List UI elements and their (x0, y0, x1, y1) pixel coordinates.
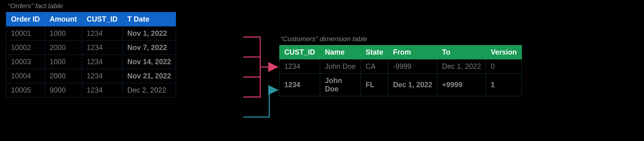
orders-caption: “Orders” fact table (8, 2, 63, 10)
cell-orderid: 10005 (6, 83, 45, 97)
customers-col-name: Name (320, 45, 361, 59)
cell-amount: 1000 (45, 26, 82, 41)
cell-name: John Doe (320, 59, 361, 74)
cell-name: John Doe (320, 74, 361, 96)
orders-col-custid: CUST_ID (82, 12, 122, 26)
cell-amount: 2000 (45, 69, 82, 83)
customers-header-row: CUST_ID Name State From To Version (280, 45, 522, 59)
orders-table: Order ID Amount CUST_ID T Date 10001 100… (6, 12, 176, 97)
table-row: 10002 2000 1234 Nov 7, 2022 (6, 41, 176, 55)
cell-custid: 1234 (280, 74, 320, 96)
table-row: 1234 John Doe CA -9999 Dec 1, 2022 0 (280, 59, 522, 74)
cell-tdate: Nov 1, 2022 (122, 26, 176, 41)
cell-amount: 2000 (45, 41, 82, 55)
cell-custid: 1234 (82, 83, 122, 97)
cell-tdate: Dec 2, 2022 (122, 83, 176, 97)
cell-tdate: Nov 21, 2022 (122, 69, 176, 83)
cell-version: 0 (486, 59, 522, 74)
cell-from: Dec 1, 2022 (388, 74, 437, 96)
customers-col-version: Version (486, 45, 522, 59)
orders-col-orderid: Order ID (6, 12, 45, 26)
customers-col-to: To (437, 45, 486, 59)
orders-col-tdate: T Date (122, 12, 176, 26)
cell-state: FL (361, 74, 388, 96)
customers-col-state: State (361, 45, 388, 59)
cell-amount: 1000 (45, 55, 82, 69)
table-row: 10003 1000 1234 Nov 14, 2022 (6, 55, 176, 69)
cell-from: -9999 (388, 59, 437, 74)
table-row: 10001 1000 1234 Nov 1, 2022 (6, 26, 176, 41)
cell-orderid: 10004 (6, 69, 45, 83)
customers-table: CUST_ID Name State From To Version 1234 … (279, 45, 522, 96)
cell-custid: 1234 (82, 26, 122, 41)
cell-version: 1 (486, 74, 522, 96)
customers-caption: “Customers” dimension table (280, 35, 367, 43)
cell-to: +9999 (437, 74, 486, 96)
cell-state: CA (361, 59, 388, 74)
table-row: 1234 John Doe FL Dec 1, 2022 +9999 1 (280, 74, 522, 96)
cell-custid: 1234 (82, 69, 122, 83)
cell-orderid: 10003 (6, 55, 45, 69)
cell-amount: 9000 (45, 83, 82, 97)
orders-header-row: Order ID Amount CUST_ID T Date (6, 12, 176, 26)
cell-custid: 1234 (280, 59, 320, 74)
customers-col-custid: CUST_ID (280, 45, 320, 59)
table-row: 10005 9000 1234 Dec 2, 2022 (6, 83, 176, 97)
connector-teal (243, 90, 278, 117)
cell-orderid: 10001 (6, 26, 45, 41)
orders-col-amount: Amount (45, 12, 82, 26)
cell-custid: 1234 (82, 41, 122, 55)
cell-to: Dec 1, 2022 (437, 59, 486, 74)
cell-custid: 1234 (82, 55, 122, 69)
cell-tdate: Nov 14, 2022 (122, 55, 176, 69)
cell-tdate: Nov 7, 2022 (122, 41, 176, 55)
customers-col-from: From (388, 45, 437, 59)
cell-orderid: 10002 (6, 41, 45, 55)
connector-red (243, 37, 278, 97)
table-row: 10004 2000 1234 Nov 21, 2022 (6, 69, 176, 83)
